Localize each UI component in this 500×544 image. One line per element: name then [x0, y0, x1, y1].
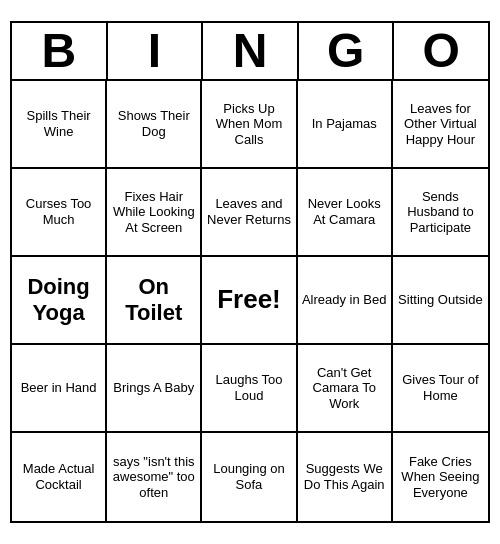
bingo-cell-5: Curses Too Much — [12, 169, 107, 257]
bingo-cell-11: On Toilet — [107, 257, 202, 345]
bingo-cell-23: Suggests We Do This Again — [298, 433, 393, 521]
bingo-cell-18: Can't Get Camara To Work — [298, 345, 393, 433]
bingo-cell-20: Made Actual Cocktail — [12, 433, 107, 521]
bingo-cell-10: Doing Yoga — [12, 257, 107, 345]
bingo-cell-4: Leaves for Other Virtual Happy Hour — [393, 81, 488, 169]
bingo-cell-7: Leaves and Never Returns — [202, 169, 297, 257]
bingo-letter-i: I — [108, 23, 204, 79]
bingo-cell-24: Fake Cries When Seeing Everyone — [393, 433, 488, 521]
bingo-cell-2: Picks Up When Mom Calls — [202, 81, 297, 169]
bingo-letter-o: O — [394, 23, 488, 79]
bingo-cell-15: Beer in Hand — [12, 345, 107, 433]
bingo-cell-22: Lounging on Sofa — [202, 433, 297, 521]
bingo-cell-19: Gives Tour of Home — [393, 345, 488, 433]
bingo-cell-8: Never Looks At Camara — [298, 169, 393, 257]
bingo-cell-1: Shows Their Dog — [107, 81, 202, 169]
bingo-cell-0: Spills Their Wine — [12, 81, 107, 169]
bingo-cell-17: Laughs Too Loud — [202, 345, 297, 433]
bingo-cell-21: says "isn't this awesome" too often — [107, 433, 202, 521]
bingo-letter-b: B — [12, 23, 108, 79]
bingo-cell-3: In Pajamas — [298, 81, 393, 169]
bingo-cell-6: Fixes Hair While Looking At Screen — [107, 169, 202, 257]
bingo-cell-13: Already in Bed — [298, 257, 393, 345]
bingo-letter-n: N — [203, 23, 299, 79]
bingo-letter-g: G — [299, 23, 395, 79]
bingo-grid: Spills Their WineShows Their DogPicks Up… — [12, 81, 488, 521]
bingo-header: BINGO — [12, 23, 488, 81]
bingo-cell-16: Brings A Baby — [107, 345, 202, 433]
bingo-cell-12: Free! — [202, 257, 297, 345]
bingo-card: BINGO Spills Their WineShows Their DogPi… — [10, 21, 490, 523]
bingo-cell-14: Sitting Outside — [393, 257, 488, 345]
bingo-cell-9: Sends Husband to Participate — [393, 169, 488, 257]
